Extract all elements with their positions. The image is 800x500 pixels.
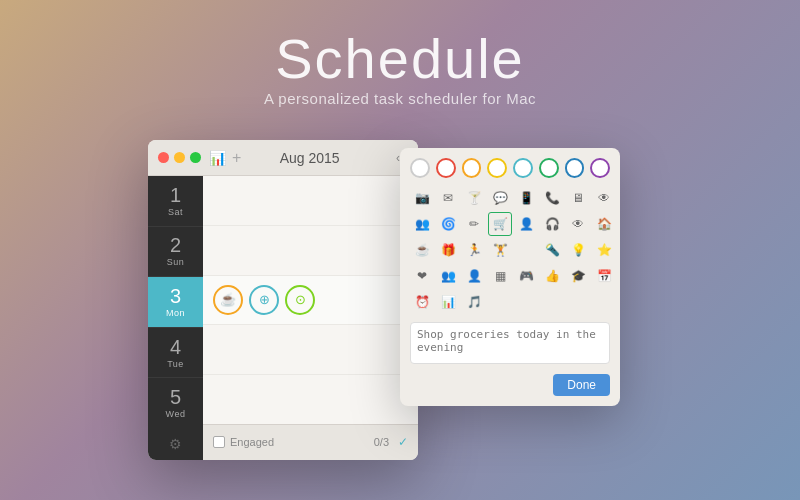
task-icon-cycle[interactable]: ⊙ [285,285,315,315]
day-item-5[interactable]: 5 Wed [148,378,203,428]
icon-run[interactable]: 🏃 [462,238,486,262]
day-name: Sun [167,257,185,267]
traffic-lights [158,152,201,163]
icon-gift[interactable]: 🎁 [436,238,460,262]
icon-calendar[interactable]: 📅 [592,264,616,288]
picker-footer: Done [410,374,610,396]
icon-monitor[interactable]: 🖥 [566,186,590,210]
icon-chat[interactable]: 💬 [488,186,512,210]
month-label: Aug 2015 [223,150,396,166]
day-item-4[interactable]: 4 Tue [148,328,203,379]
swatch-darkblue[interactable] [565,158,585,178]
icon-grid-small[interactable]: ▦ [488,264,512,288]
icon-people[interactable]: 👥 [410,212,434,236]
swatch-gray[interactable] [410,158,430,178]
icon-view[interactable]: 👁 [566,212,590,236]
calendar-body: 1 Sat 2 Sun 3 Mon 4 Tue 5 Wed ⚙ [148,176,418,460]
icon-person[interactable]: 👤 [514,212,538,236]
engaged-checkbox[interactable] [213,436,225,448]
day-number: 5 [170,387,181,407]
icon-picker: 📷 ✉ 🍸 💬 📱 📞 🖥 👁 👥 🌀 ✏ 🛒 👤 🎧 👁 🏠 ☕ 🎁 🏃 🏋 … [400,148,620,406]
icon-coffee[interactable]: ☕ [410,238,434,262]
icon-bulb[interactable]: 💡 [566,238,590,262]
swatch-yellow[interactable] [487,158,507,178]
day-item-2[interactable]: 2 Sun [148,227,203,278]
day-row-4: + [203,325,418,375]
main-window: 📊 + Aug 2015 ‹ › 1 Sat 2 Sun 3 Mon 4 Tu [148,140,418,460]
icon-grad[interactable]: 🎓 [566,264,590,288]
task-icons: ☕ ⊕ ⊙ [213,285,315,315]
sidebar-footer: ⚙ [148,428,203,460]
day-number: 1 [170,185,181,205]
icon-chart[interactable]: 📊 [436,290,460,314]
icon-user2[interactable]: 👤 [462,264,486,288]
icon-torch[interactable]: 🔦 [540,238,564,262]
window-footer: Engaged 0/3 ✓ [203,424,418,460]
window-header: 📊 + Aug 2015 ‹ › [148,140,418,176]
icon-clock[interactable]: ⏰ [410,290,434,314]
maximize-button[interactable] [190,152,201,163]
swatch-green[interactable] [539,158,559,178]
notes-input[interactable]: Shop groceries today in the evening [410,322,610,364]
icon-home[interactable]: 🏠 [592,212,616,236]
day-row-3: ☕ ⊕ ⊙ + [203,276,418,326]
swatch-red[interactable] [436,158,456,178]
day-name: Mon [166,308,185,318]
icon-group[interactable]: 👥 [436,264,460,288]
day-number: 4 [170,337,181,357]
day-name: Tue [167,359,184,369]
swatch-purple[interactable] [590,158,610,178]
day-number: 3 [170,286,181,306]
done-button[interactable]: Done [553,374,610,396]
icon-blank1 [514,238,538,262]
task-count: 0/3 [374,436,389,448]
swatch-teal[interactable] [513,158,533,178]
color-swatches [410,158,610,178]
icon-wind[interactable]: 🌀 [436,212,460,236]
app-subtitle: A personalized task scheduler for Mac [0,90,800,107]
day-content: + + ☕ ⊕ ⊙ + + + [203,176,418,460]
icon-phone[interactable]: 📱 [514,186,538,210]
day-number: 2 [170,235,181,255]
day-item-1[interactable]: 1 Sat [148,176,203,227]
icon-music[interactable]: 🎵 [462,290,486,314]
app-title: Schedule [0,28,800,90]
task-icon-fitness[interactable]: ⊕ [249,285,279,315]
engaged-label: Engaged [230,436,274,448]
minimize-button[interactable] [174,152,185,163]
swatch-orange[interactable] [462,158,482,178]
icon-headphone[interactable]: 🎧 [540,212,564,236]
day-row-5: + [203,375,418,424]
icon-heart[interactable]: ❤ [410,264,434,288]
close-button[interactable] [158,152,169,163]
day-row-1: + [203,176,418,226]
icon-edit[interactable]: ✏ [462,212,486,236]
icon-eye[interactable]: 👁 [592,186,616,210]
day-sidebar: 1 Sat 2 Sun 3 Mon 4 Tue 5 Wed ⚙ [148,176,203,460]
icon-gym[interactable]: 🏋 [488,238,512,262]
day-item-3[interactable]: 3 Mon [148,277,203,328]
gear-icon[interactable]: ⚙ [169,436,182,452]
icon-cart[interactable]: 🛒 [488,212,512,236]
icon-star[interactable]: ⭐ [592,238,616,262]
title-area: Schedule A personalized task scheduler f… [0,0,800,117]
icon-grid: 📷 ✉ 🍸 💬 📱 📞 🖥 👁 👥 🌀 ✏ 🛒 👤 🎧 👁 🏠 ☕ 🎁 🏃 🏋 … [410,186,610,314]
icon-call[interactable]: 📞 [540,186,564,210]
complete-check: ✓ [398,435,408,449]
icon-mail[interactable]: ✉ [436,186,460,210]
day-name: Sat [168,207,183,217]
task-icon-coffee[interactable]: ☕ [213,285,243,315]
day-row-2: + [203,226,418,276]
icon-camera[interactable]: 📷 [410,186,434,210]
icon-game[interactable]: 🎮 [514,264,538,288]
day-name: Wed [166,409,186,419]
icon-drinks[interactable]: 🍸 [462,186,486,210]
icon-like[interactable]: 👍 [540,264,564,288]
